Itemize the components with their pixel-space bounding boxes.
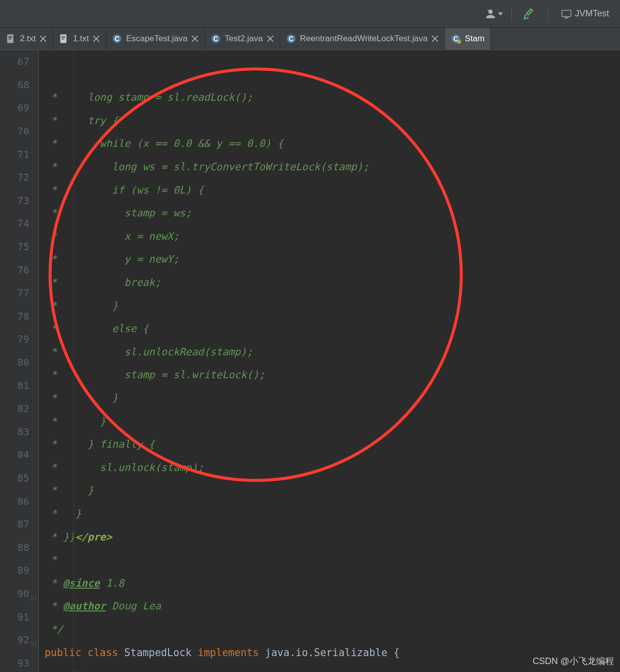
svg-rect-8 bbox=[62, 38, 65, 38]
tab-label: 1.txt bbox=[73, 34, 89, 44]
code-line[interactable]: */ bbox=[39, 618, 620, 641]
toolbar-divider bbox=[548, 6, 548, 21]
svg-text:C: C bbox=[289, 35, 294, 43]
close-icon[interactable] bbox=[432, 35, 438, 42]
code-line[interactable]: * @since 1.8 bbox=[39, 571, 620, 595]
tab-label: EscapeTest.java bbox=[126, 34, 187, 44]
line-number: 69 bbox=[0, 96, 38, 120]
tab-label: Test2.java bbox=[225, 34, 263, 44]
editor-tabs-bar: 2.txt1.txtCEscapeTest.javaCTest2.javaCRe… bbox=[0, 28, 620, 50]
user-icon[interactable] bbox=[484, 4, 503, 24]
code-line[interactable]: * sl.unlock(stamp); bbox=[39, 456, 620, 479]
line-number: 78 bbox=[0, 305, 38, 328]
line-number: 83 bbox=[0, 420, 38, 444]
svg-rect-3 bbox=[8, 36, 12, 37]
code-line[interactable]: * y = newY; bbox=[39, 248, 620, 271]
svg-text:C: C bbox=[115, 35, 120, 43]
svg-rect-9 bbox=[62, 39, 64, 39]
code-line[interactable]: * long ws = sl.tryConvertToWriteLock(sta… bbox=[39, 155, 620, 179]
main-toolbar: JVMTest bbox=[0, 0, 620, 28]
line-number: 70 bbox=[0, 120, 38, 143]
code-line[interactable]: * @author Doug Lea bbox=[39, 595, 620, 618]
build-icon[interactable] bbox=[520, 4, 540, 24]
code-line[interactable]: * stamp = sl.writeLock(); bbox=[39, 363, 620, 387]
line-number: 80 bbox=[0, 351, 38, 374]
editor-tab[interactable]: 1.txt bbox=[53, 28, 106, 50]
code-line[interactable]: * stamp = ws; bbox=[39, 202, 620, 225]
editor-tab[interactable]: CReentrantReadWriteLockTest.java bbox=[280, 28, 445, 50]
svg-rect-20 bbox=[32, 597, 35, 598]
line-number: 71 bbox=[0, 142, 38, 166]
svg-rect-22 bbox=[32, 644, 35, 644]
code-line[interactable]: * } bbox=[39, 502, 620, 526]
editor-tab[interactable]: CTest2.java bbox=[205, 28, 280, 50]
toolbar-divider bbox=[511, 6, 512, 21]
svg-rect-5 bbox=[8, 39, 11, 39]
line-number: 84 bbox=[0, 443, 38, 467]
line-number: 67 bbox=[0, 50, 38, 73]
code-line[interactable]: * sl.unlockRead(stamp); bbox=[39, 340, 620, 364]
code-line[interactable]: * } finally { bbox=[39, 433, 620, 456]
line-gutter: 6768697071727374757677787980818283848586… bbox=[0, 50, 39, 672]
fold-icon[interactable] bbox=[31, 637, 37, 643]
line-number: 76 bbox=[0, 258, 38, 281]
editor-tab[interactable]: CEscapeTest.java bbox=[106, 28, 205, 50]
close-icon[interactable] bbox=[93, 35, 100, 42]
svg-rect-1 bbox=[564, 17, 568, 18]
run-configuration-dropdown[interactable]: JVMTest bbox=[556, 5, 614, 22]
line-number: 68 bbox=[0, 73, 38, 97]
line-number: 93 bbox=[0, 651, 38, 672]
watermark: CSDN @小飞龙编程 bbox=[533, 655, 614, 667]
code-line[interactable]: * x = newX; bbox=[39, 225, 620, 248]
editor-tab[interactable]: CStam bbox=[445, 28, 491, 50]
line-number: 90 bbox=[0, 582, 38, 605]
svg-rect-4 bbox=[8, 38, 12, 38]
line-number: 91 bbox=[0, 605, 38, 628]
code-content[interactable]: * long stamp = sl.readLock(); * try { * … bbox=[39, 50, 620, 672]
tab-label: Stam bbox=[465, 34, 485, 44]
line-number: 87 bbox=[0, 513, 38, 536]
line-number: 77 bbox=[0, 281, 38, 305]
code-line[interactable]: * } bbox=[39, 479, 620, 502]
fold-icon[interactable] bbox=[31, 591, 37, 597]
line-number: 74 bbox=[0, 212, 38, 235]
close-icon[interactable] bbox=[267, 35, 274, 42]
code-line[interactable]: * bbox=[39, 548, 620, 572]
line-number: 89 bbox=[0, 559, 38, 582]
line-number: 73 bbox=[0, 189, 38, 212]
run-config-icon bbox=[561, 8, 572, 19]
code-line[interactable]: * } bbox=[39, 294, 620, 317]
close-icon[interactable] bbox=[40, 35, 47, 42]
line-number: 81 bbox=[0, 374, 38, 397]
tab-label: ReentrantReadWriteLockTest.java bbox=[300, 34, 428, 44]
svg-rect-0 bbox=[562, 10, 571, 16]
close-icon[interactable] bbox=[191, 35, 198, 42]
code-line[interactable]: * while (x == 0.0 && y == 0.0) { bbox=[39, 132, 620, 155]
line-number: 75 bbox=[0, 235, 38, 259]
code-line[interactable]: * else { bbox=[39, 317, 620, 340]
line-number: 72 bbox=[0, 166, 38, 189]
svg-text:C: C bbox=[213, 35, 218, 43]
line-number: 82 bbox=[0, 397, 38, 420]
code-line[interactable]: * } bbox=[39, 409, 620, 433]
code-line[interactable]: * break; bbox=[39, 271, 620, 294]
code-line[interactable]: * long stamp = sl.readLock(); bbox=[39, 86, 620, 109]
line-number: 86 bbox=[0, 489, 38, 513]
line-number: 79 bbox=[0, 328, 38, 351]
code-line[interactable]: * } bbox=[39, 387, 620, 410]
editor-tab[interactable]: 2.txt bbox=[0, 28, 53, 50]
line-number: 85 bbox=[0, 467, 38, 490]
svg-rect-7 bbox=[62, 36, 65, 37]
line-number: 88 bbox=[0, 536, 38, 559]
code-line[interactable]: * }}</pre> bbox=[39, 525, 620, 548]
line-number: 92 bbox=[0, 628, 38, 652]
tab-label: 2.txt bbox=[20, 34, 36, 44]
editor-area: 6768697071727374757677787980818283848586… bbox=[0, 50, 620, 672]
code-line[interactable]: * try { bbox=[39, 109, 620, 133]
run-config-label: JVMTest bbox=[575, 8, 609, 19]
code-line[interactable]: * if (ws != 0L) { bbox=[39, 178, 620, 202]
